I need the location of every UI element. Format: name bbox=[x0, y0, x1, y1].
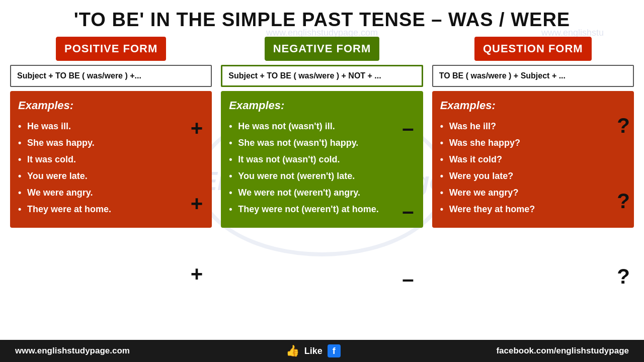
list-item: Was he ill? bbox=[440, 118, 626, 135]
list-item: Were you late? bbox=[440, 168, 626, 185]
question-examples-box: Examples: Was he ill? Was she happy? Was… bbox=[432, 91, 634, 228]
list-item: Was she happy? bbox=[440, 135, 626, 151]
footer: www.englishstudypage.com 👍 Like f facebo… bbox=[0, 340, 644, 362]
plus-sign-1: + bbox=[191, 116, 203, 140]
minus-sign-3: – bbox=[402, 267, 414, 291]
question-examples-list: Was he ill? Was she happy? Was it cold? … bbox=[440, 118, 626, 218]
footer-website: www.englishstudypage.com bbox=[15, 346, 130, 356]
like-label: Like bbox=[304, 346, 323, 356]
positive-form-badge: POSITIVE FORM bbox=[56, 37, 166, 61]
list-item: He was ill. bbox=[18, 118, 204, 135]
footer-social: 👍 Like f bbox=[286, 344, 341, 357]
list-item: We were angry. bbox=[18, 185, 204, 201]
list-item: She was not (wasn't) happy. bbox=[229, 135, 415, 151]
list-item: We were not (weren't) angry. bbox=[229, 185, 415, 201]
positive-formula: Subject + TO BE ( was/were ) +... bbox=[10, 65, 212, 87]
list-item: It was cold. bbox=[18, 151, 204, 168]
negative-formula: Subject + TO BE ( was/were ) + NOT + ... bbox=[221, 65, 423, 87]
thumbs-up-icon: 👍 bbox=[286, 344, 299, 357]
positive-column: POSITIVE FORM Subject + TO BE ( was/were… bbox=[10, 37, 212, 228]
list-item: They were not (weren't) at home. bbox=[229, 201, 415, 218]
minus-sign-1: – bbox=[402, 116, 414, 140]
list-item: Was it cold? bbox=[440, 151, 626, 168]
facebook-icon: f bbox=[328, 344, 341, 357]
negative-column: NEGATIVE FORM Subject + TO BE ( was/were… bbox=[221, 37, 423, 228]
list-item: Were they at home? bbox=[440, 201, 626, 218]
positive-examples-title: Examples: bbox=[18, 99, 204, 112]
question-mark-1: ? bbox=[617, 114, 630, 138]
negative-examples-list: He was not (wasn't) ill. She was not (wa… bbox=[229, 118, 415, 218]
question-formula: TO BE ( was/were ) + Subject + ... bbox=[432, 65, 634, 87]
question-form-badge: QUESTION FORM bbox=[474, 37, 592, 61]
content-columns: POSITIVE FORM Subject + TO BE ( was/were… bbox=[0, 37, 644, 228]
plus-sign-3: + bbox=[191, 262, 203, 286]
question-mark-3: ? bbox=[617, 264, 630, 289]
plus-sign-2: + bbox=[191, 192, 203, 216]
question-examples-title: Examples: bbox=[440, 99, 626, 112]
list-item: They were at home. bbox=[18, 201, 204, 218]
list-item: You were late. bbox=[18, 168, 204, 185]
minus-sign-2: – bbox=[402, 199, 414, 223]
list-item: It was not (wasn't) cold. bbox=[229, 151, 415, 168]
list-item: Were we angry? bbox=[440, 185, 626, 201]
negative-examples-title: Examples: bbox=[229, 99, 415, 112]
list-item: She was happy. bbox=[18, 135, 204, 151]
positive-examples-box: Examples: He was ill. She was happy. It … bbox=[10, 91, 212, 228]
negative-form-badge: NEGATIVE FORM bbox=[265, 37, 380, 61]
question-mark-2: ? bbox=[617, 189, 630, 213]
list-item: He was not (wasn't) ill. bbox=[229, 118, 415, 135]
page-title: 'TO BE' IN THE SIMPLE PAST TENSE – WAS /… bbox=[0, 0, 644, 37]
question-column: QUESTION FORM TO BE ( was/were ) + Subje… bbox=[432, 37, 634, 228]
positive-examples-list: He was ill. She was happy. It was cold. … bbox=[18, 118, 204, 218]
negative-examples-box: Examples: He was not (wasn't) ill. She w… bbox=[221, 91, 423, 228]
footer-facebook: facebook.com/englishstudypage bbox=[496, 346, 629, 356]
list-item: You were not (weren't) late. bbox=[229, 168, 415, 185]
